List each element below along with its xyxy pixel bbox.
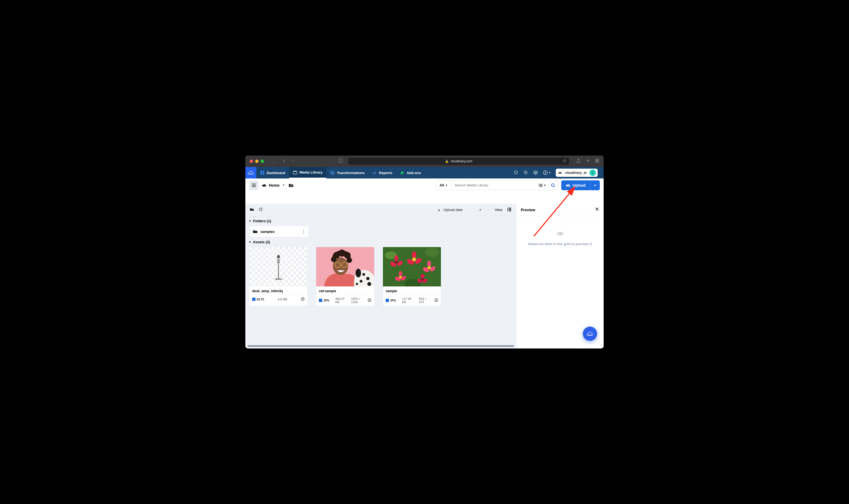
folders-section-header[interactable]: ▼ Folders (1) xyxy=(245,216,516,226)
browser-forward-icon[interactable] xyxy=(291,159,295,164)
search-button[interactable] xyxy=(549,183,558,188)
nav-transformations[interactable]: Transformations xyxy=(326,167,368,179)
lamp-icon xyxy=(274,252,283,282)
reload-icon[interactable] xyxy=(562,159,567,164)
svg-rect-2 xyxy=(595,159,597,160)
sort-dropdown[interactable]: Upload date ▼ xyxy=(437,208,481,212)
main-content: Upload date ▼ View ▼ Folders (1) samples… xyxy=(245,204,516,348)
asset-card[interactable]: desk_lamp_mfon3q GLTZ 9.8 MB xyxy=(249,247,308,306)
svg-point-47 xyxy=(360,280,362,283)
search-scope-label: All xyxy=(439,183,444,187)
svg-rect-23 xyxy=(507,209,508,210)
cloudinary-logo-icon[interactable] xyxy=(245,167,256,179)
folder-more-button[interactable]: ⋮ xyxy=(301,229,306,234)
asset-name: sample xyxy=(383,286,441,295)
svg-rect-4 xyxy=(595,161,597,162)
svg-point-54 xyxy=(425,248,439,257)
svg-point-20 xyxy=(551,184,554,186)
privacy-shield-icon[interactable] xyxy=(338,159,343,164)
svg-point-49 xyxy=(356,283,358,285)
new-tab-icon[interactable] xyxy=(586,159,590,164)
home-breadcrumb[interactable]: Home ▼ xyxy=(262,183,285,188)
svg-point-40 xyxy=(347,257,352,263)
chevron-down-icon: ▼ xyxy=(282,184,285,187)
folder-icon[interactable] xyxy=(250,207,254,213)
minimize-window-icon[interactable] xyxy=(255,160,259,163)
menu-toggle-button[interactable] xyxy=(249,181,259,190)
svg-point-60 xyxy=(394,255,398,261)
nav-media-library[interactable]: Media Library xyxy=(289,167,327,179)
package-icon[interactable] xyxy=(533,170,538,176)
asset-dims: 864 × 576 xyxy=(419,297,429,304)
browser-back-icon[interactable] xyxy=(282,159,287,164)
nav-addons[interactable]: Add-ons xyxy=(396,167,425,179)
search-scope-dropdown[interactable]: All ▼ xyxy=(436,181,451,190)
svg-rect-32 xyxy=(252,298,256,301)
account-name: cloudinary_ar xyxy=(565,171,587,175)
new-folder-button[interactable] xyxy=(288,183,294,188)
upload-label: Upload xyxy=(573,183,586,187)
nav-transformations-label: Transformations xyxy=(337,171,365,175)
svg-rect-5 xyxy=(597,161,599,162)
content-toolbar: Upload date ▼ View xyxy=(245,204,516,216)
svg-rect-50 xyxy=(319,299,322,302)
asset-card[interactable]: sample JPG 117.43 KB 864 × 576 xyxy=(383,247,441,306)
nav-addons-label: Add-ons xyxy=(406,171,421,175)
upload-dropdown[interactable] xyxy=(590,180,600,190)
assets-section-header[interactable]: ▼ Assets (3) xyxy=(245,237,516,247)
svg-rect-10 xyxy=(293,172,297,174)
svg-rect-21 xyxy=(507,208,508,209)
svg-rect-6 xyxy=(260,171,262,173)
view-mode-button[interactable] xyxy=(507,207,512,213)
svg-point-44 xyxy=(356,269,361,277)
tab-overview-icon[interactable] xyxy=(595,159,599,164)
svg-point-96 xyxy=(559,233,561,235)
nav-dashboard[interactable]: Dashboard xyxy=(256,167,289,179)
svg-rect-9 xyxy=(263,173,264,175)
home-label: Home xyxy=(269,183,279,187)
svg-rect-22 xyxy=(509,208,511,209)
asset-size: 465.67 KB xyxy=(335,297,345,304)
folders-section-label: Folders (1) xyxy=(253,219,271,223)
nav-dashboard-label: Dashboard xyxy=(267,171,285,175)
svg-rect-26 xyxy=(509,211,511,211)
eye-icon xyxy=(556,230,564,237)
upload-button[interactable]: Upload xyxy=(561,180,590,190)
format-badge: GLTZ xyxy=(252,298,264,301)
asset-thumbnail xyxy=(383,247,441,286)
nav-reports[interactable]: Reports xyxy=(368,167,396,179)
view-label: View xyxy=(495,208,502,212)
settings-icon[interactable] xyxy=(523,170,528,176)
cloud-icon xyxy=(262,183,267,188)
help-icon[interactable]: ?▼ xyxy=(543,170,551,175)
sidebar-toggle-icon[interactable]: ⌄ xyxy=(271,160,275,163)
disclosure-triangle-icon: ▼ xyxy=(249,219,252,222)
svg-rect-31 xyxy=(277,255,279,257)
asset-card[interactable]: cld-sample JPG 465.67 KB 1870 × 1250 xyxy=(316,247,375,306)
folder-name: samples xyxy=(260,230,299,234)
app-top-nav: Dashboard Media Library Transformations … xyxy=(245,167,604,179)
search-input[interactable] xyxy=(451,183,536,187)
svg-rect-3 xyxy=(597,159,599,160)
avatar: C xyxy=(589,169,596,176)
help-fab-button[interactable] xyxy=(583,327,597,341)
account-switcher[interactable]: cloudinary_ar C xyxy=(556,169,597,177)
nav-reports-label: Reports xyxy=(379,171,392,175)
svg-text:?: ? xyxy=(544,172,546,174)
address-bar[interactable]: 🔒 cloudinary.com xyxy=(348,158,569,165)
cloud-icon xyxy=(558,170,562,175)
advanced-search-button[interactable]: ▼ xyxy=(536,183,549,188)
refresh-button[interactable] xyxy=(259,207,263,213)
close-window-icon[interactable] xyxy=(250,160,253,163)
maximize-window-icon[interactable] xyxy=(261,160,264,163)
window-controls xyxy=(250,160,264,163)
close-preview-button[interactable] xyxy=(595,207,599,213)
globe-icon xyxy=(368,298,371,303)
preview-title: Preview xyxy=(521,208,535,212)
share-icon[interactable] xyxy=(576,159,581,164)
svg-point-93 xyxy=(421,278,424,281)
globe-icon xyxy=(434,298,438,303)
folder-card[interactable]: samples ⋮ xyxy=(250,226,309,237)
horizontal-scrollbar[interactable] xyxy=(247,345,514,347)
whats-new-icon[interactable] xyxy=(514,170,518,176)
